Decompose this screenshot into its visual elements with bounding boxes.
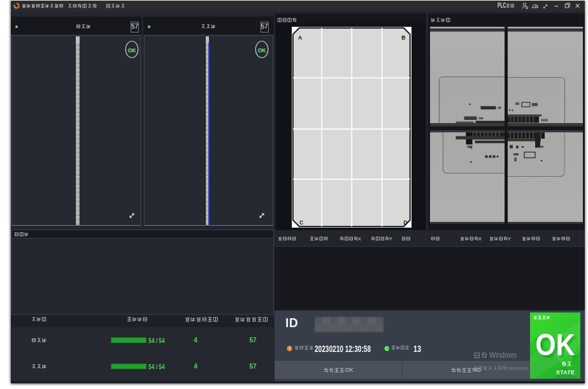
svg-text:A: A bbox=[298, 34, 302, 41]
svg-text:D: D bbox=[403, 219, 407, 226]
svg-text:B: B bbox=[401, 34, 405, 41]
svg-text:C: C bbox=[299, 219, 303, 226]
svg-text:OK: OK bbox=[127, 47, 136, 54]
svg-text:OK: OK bbox=[257, 47, 266, 54]
